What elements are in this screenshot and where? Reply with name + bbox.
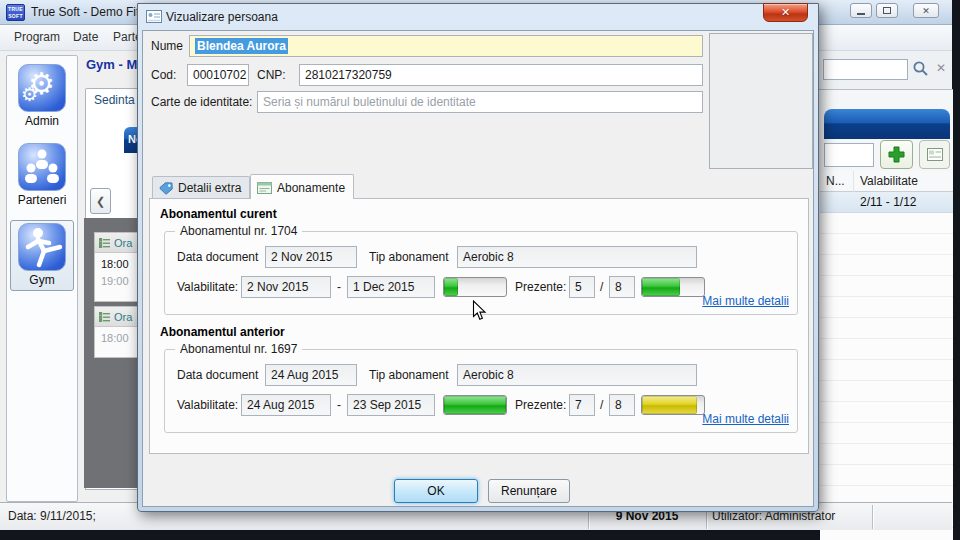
- abonament-anterior-legend: Abonamentul nr. 1697: [175, 342, 302, 356]
- valabilitate-label: Valabilitate:: [177, 394, 238, 416]
- previous-day-button[interactable]: ❮: [90, 188, 111, 214]
- tip-abonament-label: Tip abonament: [369, 364, 449, 386]
- search-icon[interactable]: [912, 60, 929, 77]
- right-panel: ✕ N...: [818, 51, 952, 505]
- data-document-field[interactable]: 2 Nov 2015: [265, 246, 357, 268]
- valabilitate-progressbar: [443, 395, 507, 415]
- schedule-panel: Ora 18:00 19:00 Ora 18:00: [84, 218, 141, 488]
- mai-multe-detalii-link[interactable]: Mai multe detalii: [702, 294, 789, 308]
- menu-date[interactable]: Date: [73, 30, 98, 44]
- sidebar-label-gym: Gym: [11, 273, 73, 287]
- logo-line1: TRUE: [8, 6, 23, 12]
- people-icon: [18, 143, 66, 191]
- prezente-progress-fill: [642, 278, 680, 296]
- prezente-total-field[interactable]: 8: [609, 394, 635, 416]
- dialog-body: Nume Blendea Aurora Cod: 00010702 CNP: 2…: [142, 30, 814, 507]
- nume-label: Nume: [151, 35, 183, 57]
- dialog-close-button[interactable]: ✕: [763, 3, 808, 22]
- search-input[interactable]: [823, 59, 908, 80]
- prezente-separator: /: [600, 276, 603, 298]
- schedule-card[interactable]: Ora 18:00 19:00: [94, 232, 141, 302]
- tab-abonamente-label: Abonamente: [277, 181, 345, 195]
- mouse-cursor: [472, 300, 488, 321]
- menu-program[interactable]: Program: [14, 30, 60, 44]
- cod-input[interactable]: 00010702: [187, 64, 249, 86]
- subscription-card-button[interactable]: [919, 140, 950, 169]
- data-document-label: Data document: [177, 364, 258, 386]
- dialog-titlebar[interactable]: Vizualizare persoana ✕: [138, 4, 818, 30]
- member-filter-input[interactable]: [824, 143, 874, 167]
- person-card-icon: [146, 10, 162, 23]
- session-time[interactable]: 19:00: [95, 270, 140, 287]
- valabilitate-label: Valabilitate:: [177, 276, 238, 298]
- prezente-progressbar: [641, 395, 705, 415]
- abonamente-panel: Abonamentul curent Abonamentul nr. 1704 …: [149, 198, 809, 454]
- subscription-card-icon: [257, 182, 272, 194]
- column-number[interactable]: N...: [826, 174, 845, 188]
- cnp-input[interactable]: 2810217320759: [299, 64, 703, 86]
- prezente-progressbar: [641, 277, 705, 297]
- desktop: TRUE SOFT True Soft - Demo Fit ✕ Program…: [0, 0, 960, 540]
- valabilitate-separator: -: [337, 394, 341, 416]
- list-icon: [99, 238, 110, 248]
- carte-identitate-label: Carte de identitate:: [151, 91, 252, 113]
- sidebar-item-admin[interactable]: ⚙ ⚙ Admin: [10, 62, 74, 131]
- prezente-count-field[interactable]: 5: [569, 276, 595, 298]
- gears-icon: ⚙ ⚙: [18, 64, 66, 112]
- mai-multe-detalii-link[interactable]: Mai multe detalii: [702, 412, 789, 426]
- nume-input[interactable]: Blendea Aurora: [189, 35, 703, 57]
- valabilitate-from-field[interactable]: 2 Nov 2015: [241, 276, 331, 298]
- sidebar-item-parteneri[interactable]: Parteneri: [10, 141, 74, 210]
- prezente-progress-fill: [642, 396, 697, 414]
- app-logo-icon: TRUE SOFT: [6, 4, 25, 21]
- minimize-button[interactable]: [850, 3, 872, 18]
- schedule-card-header: Ora: [95, 233, 140, 253]
- carte-identitate-input[interactable]: Seria și numărul buletinului de identita…: [257, 91, 703, 113]
- cod-label: Cod:: [151, 64, 176, 86]
- column-valabilitate[interactable]: Valabilitate: [860, 174, 918, 188]
- tip-abonament-field[interactable]: Aerobic 8: [457, 364, 697, 386]
- prezente-count-field[interactable]: 7: [569, 394, 595, 416]
- section-heading-anterior: Abonamentul anterior: [160, 325, 285, 339]
- table-empty-rows: [820, 213, 953, 540]
- session-time[interactable]: 18:00: [95, 253, 140, 270]
- valabilitate-to-field[interactable]: 1 Dec 2015: [347, 276, 435, 298]
- carte-identitate-placeholder: Seria și numărul buletinului de identita…: [263, 95, 476, 109]
- sidebar-label-parteneri: Parteneri: [10, 193, 74, 207]
- table-row[interactable]: 2/11 - 1/12: [820, 192, 953, 213]
- valabilitate-from-field[interactable]: 24 Aug 2015: [241, 394, 331, 416]
- abonament-anterior-group: Abonamentul nr. 1697 Data document 24 Au…: [164, 349, 798, 433]
- valabilitate-progress-fill: [444, 278, 458, 296]
- close-icon: ✕: [922, 6, 930, 16]
- schedule-card[interactable]: Ora 18:00: [94, 306, 141, 358]
- nume-selected-text: Blendea Aurora: [195, 38, 288, 54]
- row-valabilitate: 2/11 - 1/12: [860, 195, 916, 209]
- status-data: Data: 9/11/2015;: [8, 503, 96, 531]
- schedule-card-title: Ora: [114, 311, 132, 323]
- valabilitate-to-field[interactable]: 23 Sep 2015: [347, 394, 435, 416]
- session-time[interactable]: 18:00: [95, 327, 140, 344]
- prezente-total-field[interactable]: 8: [609, 276, 635, 298]
- table-header: N... Valabilitate: [820, 171, 953, 192]
- tab-detalii-label: Detalii extra: [178, 181, 241, 195]
- clear-search-icon[interactable]: ✕: [936, 61, 946, 75]
- sidebar-item-gym[interactable]: Gym: [10, 220, 74, 291]
- cancel-button[interactable]: Renunțare: [488, 479, 570, 503]
- list-icon: [99, 312, 110, 322]
- tip-abonament-label: Tip abonament: [369, 246, 449, 268]
- data-document-field[interactable]: 24 Aug 2015: [265, 364, 357, 386]
- add-member-button[interactable]: [880, 140, 913, 169]
- window-title: True Soft - Demo Fit: [31, 5, 139, 19]
- tab-detalii-extra[interactable]: Detalii extra: [152, 176, 250, 199]
- close-window-button[interactable]: ✕: [913, 3, 939, 18]
- tab-abonamente[interactable]: Abonamente: [250, 174, 354, 199]
- plus-icon: [888, 146, 905, 163]
- tab-sedinta[interactable]: Sedinta: [85, 88, 144, 112]
- tip-abonament-field[interactable]: Aerobic 8: [457, 246, 697, 268]
- cnp-label: CNP:: [257, 64, 286, 86]
- close-icon: ✕: [781, 6, 790, 18]
- card-icon: [927, 148, 943, 161]
- schedule-card-header: Ora: [95, 307, 140, 327]
- maximize-button[interactable]: [876, 3, 898, 18]
- ok-button[interactable]: OK: [394, 479, 478, 503]
